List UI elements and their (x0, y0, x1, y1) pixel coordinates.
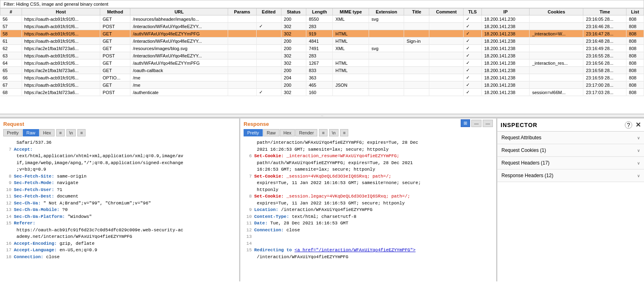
table-row[interactable]: 62https://ac2e1fba1fd723a6...GET/resourc… (0, 45, 644, 52)
inspector-section-header[interactable]: Response Headers (12)∨ (497, 169, 644, 182)
response-panel: Response ⊞ — — Pretty Raw Hex Render ≡ \… (240, 119, 497, 281)
inspector-section-header[interactable]: Request Attributes∨ (497, 132, 644, 144)
table-row[interactable]: 57https://oauth-acb91fc91f6...POST/inter… (0, 23, 644, 30)
col-header-params[interactable]: Params (228, 9, 256, 15)
response-line: httponly (244, 187, 493, 193)
line-text: Safari/537.36 (14, 140, 51, 145)
col-header-length[interactable]: Length (306, 9, 333, 15)
col-header-method[interactable]: Method (100, 9, 130, 15)
table-row[interactable]: 64https://oauth-acb91fc91f6...GET/auth/W… (0, 59, 644, 67)
col-header-host[interactable]: Host (22, 9, 100, 15)
response-wrap-icon[interactable]: ≡ (340, 129, 348, 136)
response-tab-pretty[interactable]: Pretty (244, 129, 263, 136)
cell-cookies: _interaction=W... (530, 30, 583, 37)
col-header-extension[interactable]: Extension (369, 9, 404, 15)
response-line: 16:26:53 GMT; samesite=lax; secure; http… (244, 166, 493, 173)
col-header-time[interactable]: Time (583, 9, 626, 15)
request-wrap-icon[interactable]: ≡ (77, 129, 86, 136)
header-val: close (44, 255, 60, 259)
cell-ip: 18.200.141.238 (481, 89, 530, 96)
response-header-val[interactable]: <a href="/interaction/WFAxUiYqo4fieEZYYm… (295, 248, 415, 252)
request-line: 7Accept: (3, 146, 236, 153)
col-header-edited[interactable]: Edited (256, 9, 281, 15)
request-tab-raw[interactable]: Raw (23, 129, 39, 136)
inspector-section[interactable]: Request Headers (17)∨ (497, 157, 644, 169)
view-btn-grid[interactable]: ⊞ (461, 119, 470, 127)
response-tab-group: Pretty Raw Hex Render (244, 129, 317, 136)
cell-#: 57 (0, 23, 22, 30)
col-header-status[interactable]: Status (281, 9, 306, 15)
cell-time: 23:16:59 28... (583, 74, 626, 81)
request-line: 9Sec-Fetch-Mode: navigate (3, 180, 236, 187)
cell-#: 68 (0, 89, 22, 96)
col-header-comment[interactable]: Comment (429, 9, 464, 15)
line-number: 8 (3, 173, 11, 180)
cell-list: 808 (626, 59, 644, 67)
col-header-url[interactable]: URL (130, 9, 228, 15)
inspector-section[interactable]: Request Attributes∨ (497, 132, 644, 144)
response-line: /interaction/WFAxUiYqo4fieEZYYmPFG (244, 254, 493, 261)
cell-mime-type: XML (333, 45, 369, 52)
response-line-text: expires=Tue, 11 Jan 2022 16:16:53 GMT; s… (254, 201, 405, 206)
line-number: 14 (244, 240, 252, 247)
cell-params (228, 74, 256, 81)
response-tab-hex[interactable]: Hex (280, 129, 295, 136)
table-row[interactable]: 61https://oauth-acb91fc91f6...GET/intera… (0, 37, 644, 45)
response-header-key: Set-Cookie: (254, 194, 284, 199)
inspector-section[interactable]: Response Headers (12)∨ (497, 169, 644, 182)
request-list-icon[interactable]: ≡ (56, 129, 64, 136)
table-row[interactable]: 63https://oauth-acb91fc91f6...POST/inter… (0, 52, 644, 59)
cell-comment (429, 30, 464, 37)
drag-handle[interactable]: ··· (0, 114, 644, 117)
response-header-val: Tue, 28 Dec 2021 16:16:53 GMT (268, 221, 348, 226)
table-row[interactable]: 56https://oauth-acb91fc91f0...GET/resour… (0, 15, 644, 23)
header-val: "Windows" (65, 214, 92, 219)
table-row[interactable]: 67https://oauth-acb91fc91f6...GET/me2004… (0, 81, 644, 89)
response-line: 6Set-Cookie: _interaction_resume=WFAxUiY… (244, 153, 493, 160)
header-key: Sec-Fetch-Dest: (14, 194, 54, 199)
inspector-header: INSPECTOR ? ✕ (497, 119, 644, 132)
col-header-tls[interactable]: TLS (464, 9, 481, 15)
cell-method: OPTIO... (100, 74, 130, 81)
cell-url: /authenticate (130, 89, 228, 96)
col-header-#[interactable]: # (0, 9, 22, 15)
table-row[interactable]: 58https://oauth-acb91fc91f6...GET/auth/W… (0, 30, 644, 37)
col-header-title[interactable]: Title (404, 9, 429, 15)
cell-edited (256, 37, 281, 45)
inspector-section[interactable]: Request Cookies (1)∨ (497, 144, 644, 157)
col-header-cookies[interactable]: Cookies (530, 9, 583, 15)
inspector-section-header[interactable]: Request Cookies (1)∨ (497, 144, 644, 156)
cell-host: https://oauth-acb91fc91f6... (22, 30, 100, 37)
cell-method: GET (100, 81, 130, 89)
view-btn-compact[interactable]: — (483, 120, 493, 127)
request-tab-pretty[interactable]: Pretty (3, 129, 22, 136)
col-header-mime-type[interactable]: MIME type (333, 9, 369, 15)
request-line: 17Accept-Language: en-US,en;q=0.9 (3, 247, 236, 254)
cell-edited (256, 67, 281, 74)
table-row[interactable]: 65https://ac2e1fba1fd723a6...GET/oauth-c… (0, 67, 644, 74)
cell-host: https://oauth-acb91fc91f6... (22, 74, 100, 81)
request-table[interactable]: #HostMethodURLParamsEditedStatusLengthMI… (0, 8, 644, 114)
cell-method: GET (100, 67, 130, 74)
request-newline-icon[interactable]: \n (66, 129, 76, 136)
table-row[interactable]: 66https://oauth-acb91fc91f6...OPTIO.../m… (0, 74, 644, 81)
cell-status: 200 (281, 45, 306, 52)
inspector-help-icon[interactable]: ? (625, 121, 632, 129)
col-header-ip[interactable]: IP (481, 9, 530, 15)
inspector-close-icon[interactable]: ✕ (635, 121, 641, 129)
header-val: same-origin (54, 174, 86, 179)
response-tab-raw[interactable]: Raw (263, 129, 279, 136)
cell-status: 302 (281, 59, 306, 67)
response-line-text: path=/auth/WFAxUiYqo4fieEZYYmPFG; expire… (254, 160, 413, 165)
response-tab-render[interactable]: Render (295, 129, 317, 136)
response-newline-icon[interactable]: \n (329, 129, 338, 136)
view-btn-list[interactable]: — (471, 120, 481, 127)
col-header-list[interactable]: List (626, 9, 644, 15)
request-tab-hex[interactable]: Hex (40, 129, 55, 136)
cell-extension (369, 74, 404, 81)
table-row[interactable]: 68https://ac2e1fba1fd723a6...POST/authen… (0, 89, 644, 96)
response-line: 11Date: Tue, 28 Dec 2021 16:16:53 GMT (244, 220, 493, 227)
inspector-section-header[interactable]: Request Headers (17)∨ (497, 157, 644, 169)
response-line: path=/auth/WFAxUiYqo4fieEZYYmPFG; expire… (244, 160, 493, 167)
response-list-icon[interactable]: ≡ (319, 129, 327, 136)
